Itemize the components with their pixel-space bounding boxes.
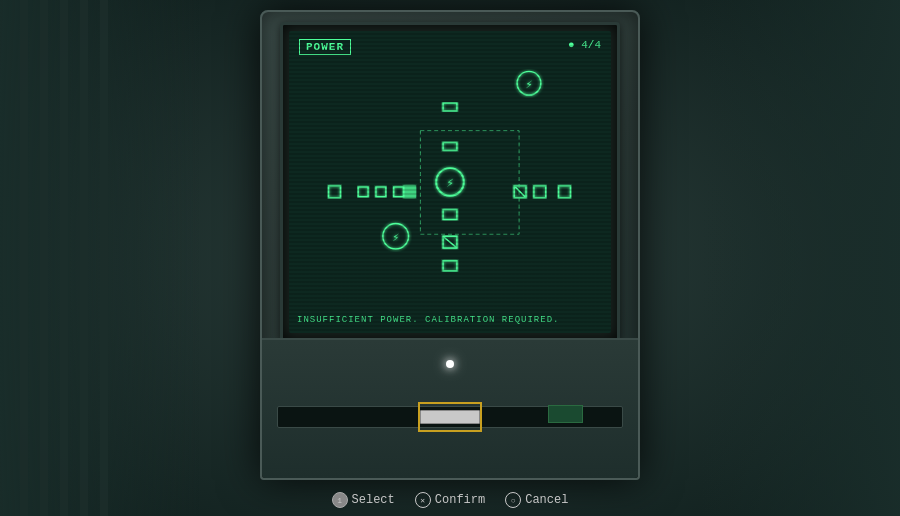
svg-rect-36 [443,261,457,271]
terminal-unit: POWER ● 4/4 [260,10,640,480]
bg-right-wall [700,0,900,516]
power-label: POWER [299,39,351,55]
circuit-diagram: ⚡ [297,61,603,293]
confirm-icon-glyph: ✕ [420,496,425,505]
confirm-label: Confirm [435,493,485,507]
status-message: INSUFFICIENT POWER. CALIBRATION REQUIRED… [297,315,559,325]
select-icon: 1 [332,492,348,508]
cancel-icon: ○ [505,492,521,508]
select-icon-glyph: 1 [337,496,342,505]
svg-rect-14 [358,187,368,197]
indicator-light [446,360,454,368]
svg-rect-7 [443,142,457,150]
power-counter: ● 4/4 [568,39,601,51]
svg-line-34 [444,237,456,247]
cancel-control: ○ Cancel [505,492,568,508]
select-label: Select [352,493,395,507]
controls-bar: 1 Select ✕ Confirm ○ Cancel [0,492,900,508]
svg-rect-31 [443,210,457,220]
cancel-label: Cancel [525,493,568,507]
yellow-selection-box [418,402,482,432]
svg-rect-1 [443,103,457,111]
bottom-panel [262,338,638,478]
svg-text:⚡: ⚡ [525,78,532,92]
svg-rect-24 [534,186,546,198]
bg-left-wall [0,0,200,516]
circuit-svg: ⚡ [297,61,603,293]
svg-rect-18 [329,186,341,198]
svg-text:⚡: ⚡ [446,176,454,191]
counter-value: 4/4 [581,39,601,51]
svg-rect-26 [559,186,571,198]
screen-content: POWER ● 4/4 [289,31,611,333]
green-indicator [548,405,583,423]
select-control: 1 Select [332,492,395,508]
crt-screen: POWER ● 4/4 [289,31,611,333]
confirm-icon: ✕ [415,492,431,508]
svg-line-23 [515,187,525,197]
confirm-control: ✕ Confirm [415,492,485,508]
counter-bullet: ● [568,39,575,51]
svg-rect-21 [404,186,416,198]
cancel-icon-glyph: ○ [511,496,516,505]
screen-bezel: POWER ● 4/4 [280,22,620,342]
svg-text:⚡: ⚡ [392,231,399,245]
